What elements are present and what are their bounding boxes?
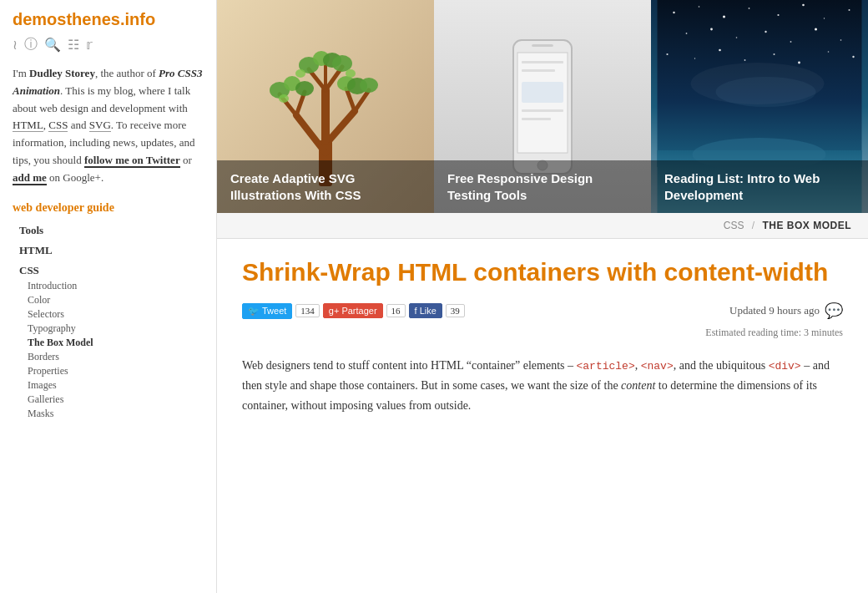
hero-card-3-title: Reading List: Intro to Web Development [664,170,855,203]
search-icon[interactable]: 🔍 [44,37,61,53]
svg-point-54 [774,53,775,55]
svg-point-38 [749,8,750,9]
svg-point-17 [332,55,352,72]
body-part1: Web designers tend to stuff content into… [242,359,576,372]
site-title[interactable]: demosthenes.info [13,10,204,29]
google-add-link[interactable]: add me [13,171,47,185]
svg-point-45 [736,37,738,38]
hero-card-stars[interactable]: Reading List: Intro to Web Development [651,0,868,213]
svg-rect-32 [522,118,551,120]
nav-sub-borders[interactable]: Borders [13,350,204,364]
partager-count: 16 [386,304,406,317]
code-div: <div> [769,360,801,373]
nav-sub-properties[interactable]: Properties [13,364,204,378]
svg-rect-29 [522,69,555,72]
italic-content: content [621,379,655,392]
svg-point-48 [815,28,817,31]
bio-on-google: on Google+. [47,171,103,184]
svg-point-46 [765,31,766,33]
hero-banner: Create Adaptive SVG Illustrations With C… [217,0,868,213]
nav-sub-typography[interactable]: Typography [13,322,204,336]
twitter-follow-link[interactable]: follow me on Twitter [84,154,180,168]
svg-point-21 [279,94,289,103]
partager-label: Partager [341,306,376,316]
hero-card-1-title: Create Adaptive SVG Illustrations With C… [230,170,421,203]
css-link[interactable]: CSS [48,119,68,132]
tweet-count: 134 [295,304,320,317]
comment-icon[interactable]: 💬 [825,302,843,320]
hero-card-svg[interactable]: Create Adaptive SVG Illustrations With C… [217,0,434,213]
svg-point-40 [802,4,805,7]
svg-rect-30 [522,82,563,103]
guide-title: web developer guide [13,200,204,215]
breadcrumb-parent[interactable]: CSS [724,220,744,231]
article-body: Web designers tend to stuff content into… [242,356,843,416]
rss-icon[interactable]: ≀ [13,37,18,53]
sidebar-icon-bar: ≀ ⓘ 🔍 ☷ 𝕣 [13,36,204,53]
breadcrumb-separator: / [752,220,758,231]
sidebar: demosthenes.info ≀ ⓘ 🔍 ☷ 𝕣 I'm Dudley St… [0,0,217,593]
svg-line-2 [326,111,355,144]
nav-sub-selectors[interactable]: Selectors [13,307,204,322]
social-buttons: 🐦 Tweet 134 g+ Partager 16 f Like [242,303,465,319]
bio-after-author: , the author of [95,67,159,79]
svg-point-47 [790,41,792,43]
svg-point-43 [686,33,688,34]
nav-sub-masks[interactable]: Masks [13,407,204,421]
gplus-icon: g+ [329,306,340,316]
twitter-icon[interactable]: 𝕣 [86,37,93,53]
svg-point-13 [295,81,314,96]
svg-link[interactable]: SVG [89,119,111,132]
nav-item-css[interactable]: CSS [13,262,204,279]
hero-card-phone[interactable]: Free Responsive Design Testing Tools [434,0,651,213]
svg-point-55 [798,62,800,64]
nav-sub-galleries[interactable]: Galleries [13,393,204,407]
nav-css: CSS Introduction Color Selectors Typogra… [13,262,204,421]
nav-item-html[interactable]: HTML [13,242,204,259]
hero-card-3-overlay: Reading List: Intro to Web Development [651,160,868,213]
bio-and: and [68,119,88,131]
nav-item-tools[interactable]: Tools [13,222,204,239]
nav-sub-images[interactable]: Images [13,378,204,393]
tweet-button[interactable]: 🐦 Tweet [242,303,292,319]
nav-sub-introduction[interactable]: Introduction [13,279,204,293]
svg-point-36 [699,6,700,8]
svg-rect-31 [522,109,563,112]
grid-icon[interactable]: ☷ [68,37,79,53]
article-updated: Updated 9 hours ago 💬 [729,302,843,320]
like-count: 39 [446,304,465,317]
like-label: Like [420,306,437,316]
html-link[interactable]: HTML [13,119,43,132]
svg-point-39 [777,14,779,16]
svg-line-1 [296,115,326,153]
author-link[interactable]: Dudley Storey [29,67,95,79]
svg-point-35 [673,12,674,13]
nav-sub-color[interactable]: Color [13,293,204,307]
svg-point-59 [716,77,816,107]
article-meta: 🐦 Tweet 134 g+ Partager 16 f Like [242,302,843,320]
svg-rect-27 [532,44,553,47]
tweet-label: Tweet [262,306,286,316]
like-button[interactable]: f Like [409,303,442,318]
code-nav: <nav> [641,360,674,373]
help-icon[interactable]: ⓘ [24,36,38,53]
bio-intro: I'm [13,67,29,79]
phone-illustration [505,36,580,178]
svg-point-52 [719,49,721,52]
hero-card-1-overlay: Create Adaptive SVG Illustrations With C… [217,160,434,213]
nav-html: HTML [13,242,204,259]
svg-point-53 [744,59,746,61]
main-content: Create Adaptive SVG Illustrations With C… [217,0,868,593]
svg-rect-28 [522,61,563,63]
svg-point-51 [694,58,695,58]
svg-point-22 [295,69,305,78]
svg-point-42 [849,9,850,11]
svg-point-44 [710,28,713,31]
svg-point-56 [828,51,830,53]
sidebar-bio: I'm Dudley Storey, the author of Pro CSS… [13,65,204,187]
breadcrumb: CSS / THE BOX MODEL [217,213,868,239]
svg-point-50 [666,53,668,55]
partager-button[interactable]: g+ Partager [323,303,383,318]
facebook-icon: f [415,306,417,316]
nav-sub-box-model[interactable]: The Box Model [13,336,204,350]
